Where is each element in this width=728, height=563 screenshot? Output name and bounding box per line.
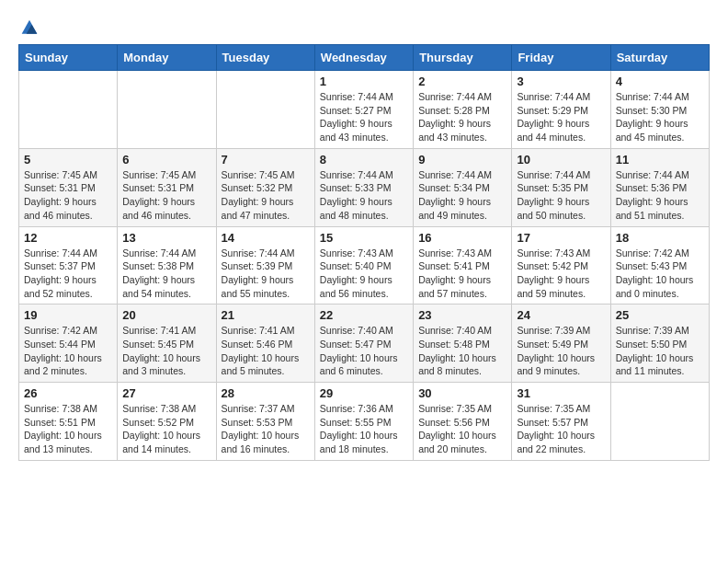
day-info: Sunrise: 7:44 AM Sunset: 5:38 PM Dayligh… <box>122 247 210 301</box>
day-info: Sunrise: 7:36 AM Sunset: 5:55 PM Dayligh… <box>320 402 408 456</box>
day-info: Sunrise: 7:41 AM Sunset: 5:46 PM Dayligh… <box>222 324 310 378</box>
day-number: 12 <box>24 231 112 245</box>
day-number: 24 <box>517 308 605 322</box>
day-info: Sunrise: 7:44 AM Sunset: 5:27 PM Dayligh… <box>320 90 408 144</box>
calendar-cell: 5Sunrise: 7:45 AM Sunset: 5:31 PM Daylig… <box>19 148 118 226</box>
calendar-cell: 15Sunrise: 7:43 AM Sunset: 5:40 PM Dayli… <box>314 226 413 304</box>
calendar-cell: 10Sunrise: 7:44 AM Sunset: 5:35 PM Dayli… <box>512 148 610 226</box>
calendar-cell: 16Sunrise: 7:43 AM Sunset: 5:41 PM Dayli… <box>414 226 512 304</box>
calendar-cell: 27Sunrise: 7:38 AM Sunset: 5:52 PM Dayli… <box>118 383 216 461</box>
day-info: Sunrise: 7:39 AM Sunset: 5:49 PM Dayligh… <box>517 324 605 378</box>
day-number: 14 <box>222 231 310 245</box>
day-number: 7 <box>222 153 310 167</box>
calendar-cell: 22Sunrise: 7:40 AM Sunset: 5:47 PM Dayli… <box>314 304 413 383</box>
day-info: Sunrise: 7:37 AM Sunset: 5:53 PM Dayligh… <box>222 402 310 456</box>
day-info: Sunrise: 7:40 AM Sunset: 5:48 PM Dayligh… <box>418 324 506 378</box>
day-number: 25 <box>616 308 704 322</box>
day-number: 20 <box>122 308 210 322</box>
day-number: 4 <box>616 75 704 88</box>
weekday-header: Sunday <box>19 45 118 71</box>
day-info: Sunrise: 7:43 AM Sunset: 5:40 PM Dayligh… <box>320 247 408 301</box>
calendar-cell <box>216 71 314 149</box>
calendar-cell: 30Sunrise: 7:35 AM Sunset: 5:56 PM Dayli… <box>414 383 512 461</box>
calendar-cell: 18Sunrise: 7:42 AM Sunset: 5:43 PM Dayli… <box>610 226 709 304</box>
weekday-header: Friday <box>512 45 610 71</box>
day-info: Sunrise: 7:39 AM Sunset: 5:50 PM Dayligh… <box>616 324 704 378</box>
calendar-cell <box>118 71 216 149</box>
calendar-week-row: 19Sunrise: 7:42 AM Sunset: 5:44 PM Dayli… <box>19 304 710 383</box>
calendar-cell: 14Sunrise: 7:44 AM Sunset: 5:39 PM Dayli… <box>216 226 314 304</box>
day-info: Sunrise: 7:42 AM Sunset: 5:44 PM Dayligh… <box>24 324 112 378</box>
day-number: 23 <box>418 308 506 322</box>
day-number: 29 <box>320 386 408 400</box>
calendar-cell: 12Sunrise: 7:44 AM Sunset: 5:37 PM Dayli… <box>19 226 118 304</box>
calendar-cell: 19Sunrise: 7:42 AM Sunset: 5:44 PM Dayli… <box>19 304 118 383</box>
day-number: 13 <box>122 231 210 245</box>
calendar-cell: 7Sunrise: 7:45 AM Sunset: 5:32 PM Daylig… <box>216 148 314 226</box>
calendar-cell: 9Sunrise: 7:44 AM Sunset: 5:34 PM Daylig… <box>414 148 512 226</box>
calendar-cell <box>610 383 709 461</box>
calendar-header-row: SundayMondayTuesdayWednesdayThursdayFrid… <box>19 45 710 71</box>
day-info: Sunrise: 7:35 AM Sunset: 5:57 PM Dayligh… <box>517 402 605 456</box>
calendar-week-row: 12Sunrise: 7:44 AM Sunset: 5:37 PM Dayli… <box>19 226 710 304</box>
day-number: 30 <box>418 386 506 400</box>
day-number: 26 <box>24 386 112 400</box>
day-info: Sunrise: 7:44 AM Sunset: 5:36 PM Dayligh… <box>616 168 704 223</box>
day-info: Sunrise: 7:44 AM Sunset: 5:37 PM Dayligh… <box>24 247 112 301</box>
calendar-cell: 24Sunrise: 7:39 AM Sunset: 5:49 PM Dayli… <box>512 304 610 383</box>
day-info: Sunrise: 7:38 AM Sunset: 5:51 PM Dayligh… <box>24 402 112 456</box>
day-number: 22 <box>320 308 408 322</box>
day-number: 27 <box>122 386 210 400</box>
day-info: Sunrise: 7:44 AM Sunset: 5:35 PM Dayligh… <box>517 168 605 223</box>
day-info: Sunrise: 7:43 AM Sunset: 5:41 PM Dayligh… <box>418 247 506 301</box>
day-number: 15 <box>320 231 408 245</box>
calendar-cell: 31Sunrise: 7:35 AM Sunset: 5:57 PM Dayli… <box>512 383 610 461</box>
calendar-cell: 28Sunrise: 7:37 AM Sunset: 5:53 PM Dayli… <box>216 383 314 461</box>
day-number: 17 <box>517 231 605 245</box>
day-info: Sunrise: 7:44 AM Sunset: 5:34 PM Dayligh… <box>418 168 506 223</box>
calendar-cell: 21Sunrise: 7:41 AM Sunset: 5:46 PM Dayli… <box>216 304 314 383</box>
calendar-cell: 11Sunrise: 7:44 AM Sunset: 5:36 PM Dayli… <box>610 148 709 226</box>
day-number: 5 <box>24 153 112 167</box>
logo-icon <box>20 18 39 37</box>
calendar-cell: 6Sunrise: 7:45 AM Sunset: 5:31 PM Daylig… <box>118 148 216 226</box>
day-info: Sunrise: 7:43 AM Sunset: 5:42 PM Dayligh… <box>517 247 605 301</box>
day-info: Sunrise: 7:40 AM Sunset: 5:47 PM Dayligh… <box>320 324 408 378</box>
day-info: Sunrise: 7:44 AM Sunset: 5:29 PM Dayligh… <box>517 90 605 144</box>
day-number: 9 <box>418 153 506 167</box>
day-number: 2 <box>418 75 506 88</box>
calendar-cell: 25Sunrise: 7:39 AM Sunset: 5:50 PM Dayli… <box>610 304 709 383</box>
day-number: 16 <box>418 231 506 245</box>
weekday-header: Monday <box>118 45 216 71</box>
calendar-week-row: 5Sunrise: 7:45 AM Sunset: 5:31 PM Daylig… <box>19 148 710 226</box>
day-info: Sunrise: 7:45 AM Sunset: 5:31 PM Dayligh… <box>24 168 112 223</box>
calendar-cell: 2Sunrise: 7:44 AM Sunset: 5:28 PM Daylig… <box>414 71 512 149</box>
calendar-cell: 23Sunrise: 7:40 AM Sunset: 5:48 PM Dayli… <box>414 304 512 383</box>
day-info: Sunrise: 7:42 AM Sunset: 5:43 PM Dayligh… <box>616 247 704 301</box>
calendar-cell: 20Sunrise: 7:41 AM Sunset: 5:45 PM Dayli… <box>118 304 216 383</box>
day-info: Sunrise: 7:44 AM Sunset: 5:39 PM Dayligh… <box>222 247 310 301</box>
day-number: 1 <box>320 75 408 88</box>
day-number: 10 <box>517 153 605 167</box>
calendar-cell: 13Sunrise: 7:44 AM Sunset: 5:38 PM Dayli… <box>118 226 216 304</box>
day-info: Sunrise: 7:44 AM Sunset: 5:28 PM Dayligh… <box>418 90 506 144</box>
weekday-header: Wednesday <box>314 45 413 71</box>
day-info: Sunrise: 7:44 AM Sunset: 5:30 PM Dayligh… <box>616 90 704 144</box>
day-number: 11 <box>616 153 704 167</box>
day-number: 3 <box>517 75 605 88</box>
calendar-cell: 4Sunrise: 7:44 AM Sunset: 5:30 PM Daylig… <box>610 71 709 149</box>
day-number: 21 <box>222 308 310 322</box>
calendar-cell: 3Sunrise: 7:44 AM Sunset: 5:29 PM Daylig… <box>512 71 610 149</box>
calendar-cell: 26Sunrise: 7:38 AM Sunset: 5:51 PM Dayli… <box>19 383 118 461</box>
day-number: 31 <box>517 386 605 400</box>
day-info: Sunrise: 7:41 AM Sunset: 5:45 PM Dayligh… <box>122 324 210 378</box>
calendar-cell: 29Sunrise: 7:36 AM Sunset: 5:55 PM Dayli… <box>314 383 413 461</box>
weekday-header: Thursday <box>414 45 512 71</box>
day-info: Sunrise: 7:45 AM Sunset: 5:32 PM Dayligh… <box>222 168 310 223</box>
day-number: 6 <box>122 153 210 167</box>
day-info: Sunrise: 7:35 AM Sunset: 5:56 PM Dayligh… <box>418 402 506 456</box>
day-number: 19 <box>24 308 112 322</box>
page-header <box>18 18 710 37</box>
day-info: Sunrise: 7:45 AM Sunset: 5:31 PM Dayligh… <box>122 168 210 223</box>
weekday-header: Saturday <box>610 45 709 71</box>
